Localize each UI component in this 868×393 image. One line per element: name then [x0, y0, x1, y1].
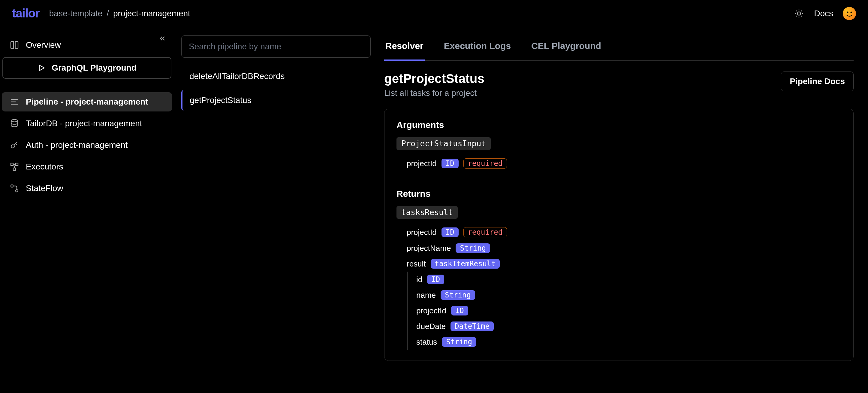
svg-point-1: [847, 11, 848, 13]
field-name: status: [416, 337, 437, 347]
divider: [3, 86, 171, 86]
input-type-chip: ProjectStatusInput: [397, 137, 491, 150]
type-badge: taskItemResult: [431, 259, 500, 269]
type-badge: String: [441, 290, 475, 300]
breadcrumb-item-active[interactable]: project-management: [113, 9, 190, 18]
svg-rect-8: [13, 168, 16, 170]
schema-box: Arguments ProjectStatusInput projectId I…: [384, 109, 854, 361]
required-badge: required: [463, 227, 507, 237]
logo[interactable]: tailor: [12, 7, 40, 20]
sidebar-item-label: TailorDB - project-management: [26, 119, 142, 128]
field-row: projectName String: [398, 241, 841, 256]
collapse-sidebar-icon[interactable]: [158, 34, 166, 43]
tab-cel-playground[interactable]: CEL Playground: [530, 35, 602, 61]
field-name: projectId: [416, 306, 446, 315]
type-badge: ID: [441, 227, 459, 237]
sidebar-item-label: StateFlow: [26, 184, 63, 193]
tabs: Resolver Execution Logs CEL Playground: [384, 35, 854, 61]
flow-icon: [9, 183, 20, 194]
returns-heading: Returns: [397, 189, 841, 199]
pipeline-item[interactable]: deleteAllTailorDBRecords: [181, 66, 371, 87]
field-row: projectId ID required: [398, 224, 841, 241]
docs-link[interactable]: Docs: [814, 9, 833, 18]
field-name: name: [416, 290, 436, 300]
pipeline-docs-button[interactable]: Pipeline Docs: [781, 72, 854, 91]
field-name: projectId: [407, 228, 437, 237]
svg-point-9: [11, 185, 13, 187]
field-name: dueDate: [416, 322, 446, 331]
database-icon: [9, 118, 20, 129]
sidebar-item-label: Overview: [26, 40, 61, 50]
field-row: result taskItemResult: [398, 256, 841, 272]
field-name: id: [416, 275, 422, 284]
type-badge: ID: [427, 275, 444, 284]
pipeline-icon: [9, 96, 20, 107]
field-row: projectId ID required: [398, 155, 841, 172]
breadcrumb: base-template / project-management: [49, 9, 190, 18]
page-title: getProjectStatus: [384, 72, 485, 86]
arguments-heading: Arguments: [397, 120, 841, 130]
sidebar-item-executors[interactable]: Executors: [2, 157, 172, 176]
theme-toggle-icon[interactable]: [794, 8, 804, 19]
type-badge: String: [442, 337, 476, 347]
tab-resolver[interactable]: Resolver: [384, 35, 425, 61]
sidebar-btn-label: GraphQL Playground: [52, 63, 136, 73]
avatar[interactable]: [843, 7, 856, 20]
field-name: result: [407, 259, 426, 269]
field-row: dueDate DateTime: [407, 318, 841, 334]
svg-marker-3: [39, 65, 44, 71]
svg-point-4: [11, 119, 18, 122]
breadcrumb-separator: /: [106, 9, 109, 18]
tab-execution-logs[interactable]: Execution Logs: [443, 35, 512, 61]
sidebar-item-label: Pipeline - project-management: [26, 97, 148, 107]
sidebar-item-label: Auth - project-management: [26, 140, 128, 150]
sidebar-item-label: Executors: [26, 162, 63, 172]
type-badge: String: [456, 243, 490, 253]
type-badge: ID: [441, 159, 459, 168]
svg-point-2: [850, 11, 852, 13]
nodes-icon: [9, 161, 20, 172]
graphql-playground-button[interactable]: GraphQL Playground: [2, 57, 172, 79]
key-icon: [9, 140, 20, 150]
field-row: projectId ID: [407, 303, 841, 318]
field-row: id ID: [407, 272, 841, 287]
sidebar-item-auth[interactable]: Auth - project-management: [2, 136, 172, 155]
svg-point-10: [16, 190, 18, 192]
app-header: tailor base-template / project-managemen…: [0, 0, 868, 27]
field-row: status String: [407, 334, 841, 350]
type-badge: ID: [451, 306, 468, 315]
content-panel: Resolver Execution Logs CEL Playground g…: [378, 27, 868, 393]
required-badge: required: [463, 158, 507, 169]
book-icon: [9, 40, 20, 51]
svg-rect-7: [16, 163, 18, 166]
breadcrumb-item[interactable]: base-template: [49, 9, 102, 18]
type-badge: DateTime: [451, 321, 494, 331]
sidebar-item-pipeline[interactable]: Pipeline - project-management: [2, 92, 172, 111]
field-name: projectId: [407, 159, 437, 168]
page-subtitle: List all tasks for a project: [384, 88, 485, 98]
sidebar: Overview GraphQL Playground Pipeline - p…: [0, 27, 174, 393]
search-input[interactable]: [181, 35, 371, 58]
return-type-chip: tasksResult: [397, 206, 458, 219]
pipeline-list-panel: deleteAllTailorDBRecords getProjectStatu…: [174, 27, 378, 393]
sidebar-item-stateflow[interactable]: StateFlow: [2, 179, 172, 198]
pipeline-item-active[interactable]: getProjectStatus: [181, 90, 371, 111]
sidebar-item-tailordb[interactable]: TailorDB - project-management: [2, 114, 172, 133]
field-name: projectName: [407, 244, 451, 253]
svg-rect-6: [11, 163, 13, 166]
svg-point-0: [798, 12, 801, 15]
sidebar-item-overview[interactable]: Overview: [2, 35, 172, 55]
field-row: name String: [407, 287, 841, 303]
